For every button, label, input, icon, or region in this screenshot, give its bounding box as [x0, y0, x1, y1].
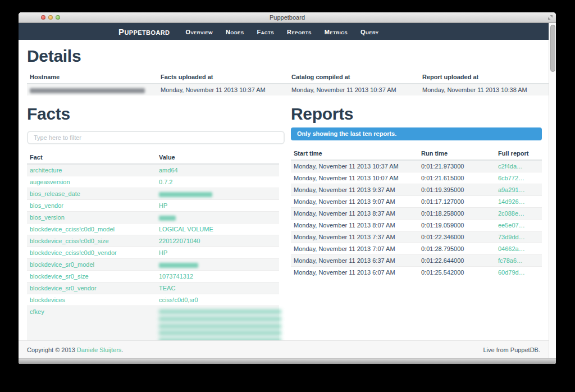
full-report-link[interactable]: a9a291…: [498, 186, 525, 193]
full-report-link[interactable]: 14d926…: [498, 198, 525, 205]
full-report-link[interactable]: 6cb772…: [498, 175, 524, 181]
author-link[interactable]: Daniele Sluijters: [77, 347, 121, 353]
fact-link[interactable]: cfkey: [30, 308, 44, 315]
fact-name-cell: blockdevice_sr0_size: [27, 271, 156, 282]
facts-heading: Facts: [27, 104, 285, 124]
fact-value-cell: [156, 259, 279, 271]
fact-row: cfkey: [27, 306, 279, 341]
fact-name-cell: blockdevices: [27, 294, 156, 306]
fact-link[interactable]: blockdevice_cciss!c0d0_model: [30, 226, 115, 233]
report-hash-cell: 14d926…: [495, 196, 542, 208]
fact-value-redacted-blur: [159, 216, 176, 221]
navbar: Puppetboard OverviewNodesFactsReportsMet…: [19, 23, 549, 40]
fact-value: amd64: [159, 167, 178, 174]
nav-item-overview[interactable]: Overview: [185, 29, 213, 35]
fact-row: augeasversion0.7.2: [27, 176, 279, 188]
fact-value: HP: [159, 249, 167, 256]
facts-col-fact: Fact: [27, 152, 156, 164]
fact-row: blockdevicescciss!c0d0,sr0: [27, 294, 279, 306]
fact-link[interactable]: bios_vendor: [30, 202, 63, 209]
facts-col-value: Value: [156, 152, 279, 164]
fact-name-cell: architecture: [27, 164, 156, 176]
fullscreen-arrows-icon[interactable]: [547, 15, 553, 20]
report-row: Monday, November 11 2013 9:07 AM0:01:17.…: [291, 196, 542, 208]
fact-link[interactable]: architecture: [30, 167, 62, 174]
fact-name-cell: blockdevice_sr0_model: [27, 259, 156, 271]
full-report-link[interactable]: 60d79d…: [498, 269, 525, 276]
window-resize-edge[interactable]: [19, 358, 556, 364]
fact-name-cell: blockdevice_cciss!c0d0_model: [27, 224, 156, 235]
nav-item-query[interactable]: Query: [360, 29, 379, 35]
facts-header-row: Fact Value: [27, 152, 279, 164]
report-hash-cell: ee5e07…: [495, 220, 542, 231]
fact-row: bios_release_date: [27, 188, 279, 200]
fact-value-cell: cciss!c0d0,sr0: [156, 294, 279, 306]
reports-col-start: Start time: [291, 148, 418, 160]
reports-col-run: Run time: [418, 148, 495, 160]
fact-value-cell: HP: [156, 247, 279, 259]
fact-link[interactable]: blockdevice_cciss!c0d0_vendor: [30, 249, 117, 256]
report-hash-cell: 2c088e…: [495, 208, 542, 220]
full-report-link[interactable]: ee5e07…: [498, 222, 525, 229]
fact-value: 0.7.2: [159, 179, 172, 185]
nav-item-reports[interactable]: Reports: [287, 29, 312, 35]
facts-section: Facts Fact Value architectureamd64augeas…: [27, 104, 285, 340]
report-row: Monday, November 11 2013 7:37 AM0:01:22.…: [291, 231, 542, 243]
facts-uploaded-cell: Monday, November 11 2013 10:37 AM: [158, 84, 289, 95]
copyright-prefix: Copyright © 2013: [27, 347, 77, 353]
report-start-time: Monday, November 11 2013 8:37 AM: [291, 208, 418, 220]
fact-name-cell: cfkey: [27, 306, 156, 341]
reports-table: Start time Run time Full report Monday, …: [291, 148, 542, 278]
fact-value: LOGICAL VOLUME: [159, 226, 213, 233]
full-report-link[interactable]: 2c088e…: [498, 210, 524, 217]
fact-link[interactable]: blockdevice_sr0_size: [30, 273, 89, 280]
scrollbar-track[interactable]: [549, 23, 556, 358]
minimize-button[interactable]: [48, 15, 53, 20]
fact-link[interactable]: bios_release_date: [30, 190, 80, 197]
report-row: Monday, November 11 2013 8:37 AM0:01:18.…: [291, 208, 542, 220]
full-report-link[interactable]: c2f4da…: [498, 163, 523, 170]
close-button[interactable]: [41, 15, 45, 20]
nav-item-nodes[interactable]: Nodes: [226, 29, 244, 35]
fact-value-cell: LOGICAL VOLUME: [156, 224, 279, 235]
nav-item-facts[interactable]: Facts: [257, 29, 275, 35]
report-row: Monday, November 11 2013 9:37 AM0:01:19.…: [291, 184, 542, 196]
fact-link[interactable]: bios_version: [30, 214, 65, 221]
report-hash-cell: fc78a6…: [495, 255, 542, 267]
browser-viewport: Puppetboard OverviewNodesFactsReportsMet…: [19, 23, 556, 364]
details-col-facts-uploaded: Facts uploaded at: [158, 71, 289, 84]
fact-value: TEAC: [159, 285, 175, 291]
full-report-link[interactable]: 73d9dd…: [498, 234, 525, 240]
nav-item-metrics[interactable]: Metrics: [325, 29, 348, 35]
report-start-time: Monday, November 11 2013 9:07 AM: [291, 196, 418, 208]
report-run-time: 0:01:25.542000: [418, 267, 495, 279]
report-row: Monday, November 11 2013 8:07 AM0:01:19.…: [291, 220, 542, 231]
window-titlebar[interactable]: Puppetboard: [19, 12, 556, 23]
fact-name-cell: blockdevice_sr0_vendor: [27, 282, 156, 294]
fact-row: blockdevice_sr0_vendorTEAC: [27, 282, 279, 294]
fact-link[interactable]: blockdevice_sr0_vendor: [30, 285, 97, 291]
browser-window: Puppetboard Puppetboard OverviewNodesFac…: [19, 12, 556, 364]
fact-link[interactable]: blockdevice_sr0_model: [30, 261, 94, 268]
report-hash-cell: 60d79d…: [495, 267, 542, 279]
report-hash-cell: 73d9dd…: [495, 231, 542, 243]
fact-link[interactable]: blockdevices: [30, 297, 65, 303]
zoom-button[interactable]: [56, 15, 60, 20]
fact-row: blockdevice_sr0_size1073741312: [27, 271, 279, 282]
window-title: Puppetboard: [19, 12, 556, 22]
report-run-time: 0:01:22.346000: [418, 231, 495, 243]
full-report-link[interactable]: fc78a6…: [498, 257, 523, 264]
scrollbar-thumb[interactable]: [550, 25, 555, 72]
fact-name-cell: blockdevice_cciss!c0d0_size: [27, 235, 156, 247]
navbar-brand[interactable]: Puppetboard: [118, 27, 170, 37]
copyright-text: Copyright © 2013 Daniele Sluijters.: [27, 347, 123, 353]
fact-link[interactable]: augeasversion: [30, 179, 70, 185]
full-report-link[interactable]: 04662a…: [498, 245, 525, 252]
details-header-row: Hostname Facts uploaded at Catalog compi…: [27, 71, 549, 84]
fact-value-cell: TEAC: [156, 282, 279, 294]
fact-link[interactable]: blockdevice_cciss!c0d0_size: [30, 238, 109, 244]
fact-value-cell: amd64: [156, 164, 279, 176]
facts-filter-input[interactable]: [27, 131, 285, 144]
fact-row: blockdevice_cciss!c0d0_vendorHP: [27, 247, 279, 259]
reports-header-row: Start time Run time Full report: [291, 148, 542, 160]
